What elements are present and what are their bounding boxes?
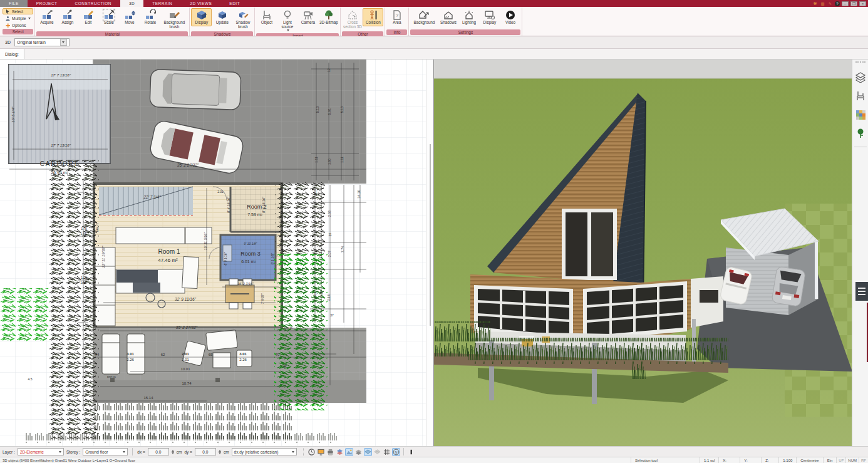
insert-3d-bitmap-button[interactable]: 3D-Bitmap [318, 8, 339, 26]
dy-input[interactable]: 0.0 [195, 448, 216, 455]
house-light-icon [463, 9, 475, 21]
materials-icon[interactable] [855, 109, 866, 120]
status-unit[interactable]: Centimetre [796, 457, 822, 463]
tab-project[interactable]: PROJECT [28, 0, 66, 7]
tab-file[interactable]: FILE [0, 0, 28, 7]
group-label-info: Info [386, 29, 407, 35]
move-button[interactable]: Move [119, 8, 140, 26]
dialog-label: Dialog: [0, 49, 24, 59]
dy-spinner[interactable] [219, 450, 221, 454]
acquire-button[interactable]: Acquire [36, 8, 57, 26]
plan-carport[interactable] [9, 65, 110, 164]
ribbon-group-select: Select Multiple Options Select [1, 8, 35, 36]
play-video-icon [505, 9, 516, 21]
dx-spinner[interactable] [172, 450, 174, 454]
plan-car-1[interactable] [150, 70, 241, 110]
plan-outdoor-table[interactable] [213, 353, 230, 368]
svg-text:32' 9 11/16": 32' 9 11/16" [175, 297, 196, 301]
drag-dots-icon[interactable] [855, 61, 865, 63]
plants-icon[interactable] [855, 128, 866, 139]
pane-divider[interactable] [426, 60, 433, 446]
insert-light-button[interactable]: Light source [277, 8, 297, 33]
shadow-update-button[interactable]: Update [212, 8, 232, 26]
area-button[interactable]: ? Area [386, 8, 407, 26]
edit-button[interactable]: Edit [78, 8, 98, 26]
svg-text:2.58: 2.58 [328, 211, 331, 217]
storey-select[interactable]: Ground floor [83, 448, 128, 455]
render-gable-window[interactable] [562, 209, 617, 280]
tab-terrain[interactable]: TERRAIN [143, 0, 181, 7]
svg-text:3.01: 3.01 [239, 352, 247, 356]
tab-edit[interactable]: EDIT [220, 0, 249, 7]
options-button[interactable]: Options [3, 22, 33, 28]
assign-button[interactable]: Assign [57, 8, 78, 26]
plan-lounger-1[interactable] [102, 334, 120, 374]
svg-text:1.11: 1.11 [314, 157, 318, 163]
plan-stairs[interactable] [99, 187, 193, 216]
brush-icon[interactable]: ✎ [827, 1, 833, 6]
select-button[interactable]: Select [3, 8, 33, 14]
svg-text:2.26: 2.26 [319, 291, 323, 297]
svg-text:65: 65 [209, 353, 213, 356]
terrain-layers-icon[interactable] [855, 71, 866, 83]
terrain-icon[interactable] [345, 448, 353, 456]
tools-icon[interactable]: ⚒ [812, 1, 818, 6]
chevron-down-icon [59, 451, 61, 453]
layers-icon[interactable] [336, 448, 344, 456]
insert-object-button[interactable]: Object [256, 8, 277, 26]
multiple-button[interactable]: Multiple [3, 15, 33, 21]
plan-2d-view[interactable]: CARPORT26.95 m²17' 7 13/16"17' 7 13/16"1… [0, 60, 426, 446]
monitor-icon[interactable] [317, 448, 325, 456]
help-icon[interactable]: ? [835, 1, 840, 6]
collision-button[interactable]: Collision [363, 8, 383, 26]
settings-video-button[interactable]: Video [500, 8, 520, 26]
layer-select[interactable]: 2D-Elemente [18, 448, 64, 455]
restore-button[interactable]: ❐ [850, 1, 857, 6]
tab-3d[interactable]: 3D [120, 0, 143, 7]
ribbon-tab-bar: FILE PROJECT CONSTRUCTION 3D TERRAIN 2D … [0, 0, 868, 7]
panel-handle[interactable] [855, 282, 868, 301]
tile-icon[interactable] [364, 448, 372, 456]
tile-gray-icon[interactable] [373, 448, 381, 456]
svg-text:22' 11 19/32": 22' 11 19/32" [101, 246, 105, 268]
texture-icon[interactable] [354, 448, 363, 456]
render-side-window[interactable] [583, 281, 687, 340]
background-brush-button[interactable]: Background brush [160, 8, 188, 31]
close-button[interactable]: × [859, 1, 866, 6]
render-car-silver[interactable] [772, 266, 806, 306]
coordinate-mode-select[interactable]: dx,dy (relative cartesian) [232, 448, 297, 455]
bottom-toolbar: Layer : 2D-Elemente Storey : Ground floo… [0, 446, 868, 457]
rotate-button[interactable]: Rotate [140, 8, 160, 26]
shadow-brush-button[interactable]: Shadow brush [232, 8, 253, 31]
status-scale[interactable]: 1:100 [778, 457, 796, 463]
folder-icon[interactable]: ▥ [820, 1, 825, 6]
vertical-scrollbar[interactable] [430, 144, 431, 326]
scale-button[interactable]: Scale [98, 8, 119, 26]
grid-icon[interactable] [383, 448, 391, 456]
shadow-display-button[interactable]: Display [191, 8, 212, 26]
dx-input[interactable]: 0.0 [148, 448, 169, 455]
minimize-button[interactable]: – [842, 1, 849, 6]
svg-text:1.13: 1.13 [313, 189, 317, 195]
clock-icon[interactable] [307, 448, 316, 456]
compass-icon[interactable]: N [392, 448, 400, 456]
settings-display-button[interactable]: Display [479, 8, 500, 26]
printer-icon[interactable] [326, 448, 334, 456]
furniture-icon[interactable] [855, 90, 866, 101]
plan-outdoor-sofa[interactable] [206, 330, 238, 351]
svg-text:4.5: 4.5 [28, 377, 33, 381]
terrain-select[interactable]: Original terrain [14, 38, 70, 46]
settings-shadows-button[interactable]: Shadows [438, 8, 458, 26]
ribbon-group-other: Cross section 3D Collision Other [341, 8, 385, 36]
svg-text:74: 74 [95, 353, 100, 356]
toggle-icon[interactable] [407, 448, 415, 456]
render-3d-view[interactable] [433, 60, 852, 446]
tab-2d-views[interactable]: 2D VIEWS [181, 0, 220, 7]
plan-wardrobe[interactable] [182, 256, 199, 288]
settings-background-button[interactable]: Background [410, 8, 438, 26]
settings-lighting-button[interactable]: Lighting [458, 8, 479, 26]
catalog-sidebar [852, 60, 868, 446]
cross-section-button[interactable]: Cross section 3D [342, 8, 363, 31]
insert-camera-button[interactable]: Camera [297, 8, 318, 26]
tab-construction[interactable]: CONSTRUCTION [66, 0, 120, 7]
